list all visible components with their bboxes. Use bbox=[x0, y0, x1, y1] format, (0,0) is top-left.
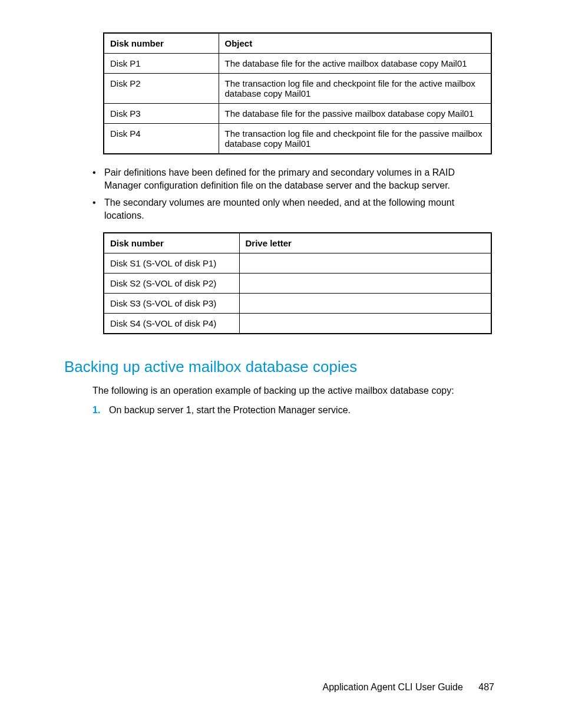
table-cell bbox=[239, 294, 491, 314]
table-header: Drive letter bbox=[239, 233, 491, 253]
table-cell: Disk S1 (S-VOL of disk P1) bbox=[104, 253, 239, 274]
table-row: Disk S4 (S-VOL of disk P4) bbox=[104, 314, 491, 334]
step-number: 1. bbox=[92, 404, 100, 417]
table-cell: Disk P4 bbox=[104, 124, 219, 154]
table-cell: The transaction log file and checkpoint … bbox=[219, 124, 491, 154]
table-header-row: Disk number Drive letter bbox=[104, 233, 491, 253]
table-cell bbox=[239, 274, 491, 294]
table-cell bbox=[239, 253, 491, 274]
step-item: 1. On backup server 1, start the Protect… bbox=[92, 404, 494, 417]
table-cell: The database file for the passive mailbo… bbox=[219, 104, 491, 124]
table-header: Object bbox=[219, 33, 491, 54]
table-cell: Disk P2 bbox=[104, 74, 219, 104]
bullet-list: Pair definitions have been defined for t… bbox=[68, 166, 494, 222]
table-cell: Disk S4 (S-VOL of disk P4) bbox=[104, 314, 239, 334]
step-text: On backup server 1, start the Protection… bbox=[109, 405, 351, 415]
table-row: Disk P2 The transaction log file and che… bbox=[104, 74, 491, 104]
table-cell: The transaction log file and checkpoint … bbox=[219, 74, 491, 104]
table-cell: The database file for the active mailbox… bbox=[219, 54, 491, 74]
list-item: Pair definitions have been defined for t… bbox=[92, 166, 494, 192]
table-row: Disk S3 (S-VOL of disk P3) bbox=[104, 294, 491, 314]
steps-list: 1. On backup server 1, start the Protect… bbox=[68, 404, 494, 417]
page-number: 487 bbox=[478, 682, 494, 692]
table-cell: Disk P1 bbox=[104, 54, 219, 74]
list-item: The secondary volumes are mounted only w… bbox=[92, 196, 494, 222]
table-row: Disk S1 (S-VOL of disk P1) bbox=[104, 253, 491, 274]
table-header: Disk number bbox=[104, 233, 239, 253]
table-header-row: Disk number Object bbox=[104, 33, 491, 54]
section-heading: Backing up active mailbox database copie… bbox=[64, 358, 494, 376]
table-row: Disk P4 The transaction log file and che… bbox=[104, 124, 491, 154]
table-header: Disk number bbox=[104, 33, 219, 54]
disk-object-table: Disk number Object Disk P1 The database … bbox=[103, 32, 492, 154]
table-cell: Disk S2 (S-VOL of disk P2) bbox=[104, 274, 239, 294]
page-content: Disk number Object Disk P1 The database … bbox=[0, 0, 562, 417]
table-row: Disk P3 The database file for the passiv… bbox=[104, 104, 491, 124]
table-cell bbox=[239, 314, 491, 334]
footer-title: Application Agent CLI User Guide bbox=[322, 682, 462, 692]
table-row: Disk P1 The database file for the active… bbox=[104, 54, 491, 74]
section-intro: The following is an operation example of… bbox=[92, 384, 494, 397]
disk-drive-table: Disk number Drive letter Disk S1 (S-VOL … bbox=[103, 232, 492, 334]
page-footer: Application Agent CLI User Guide 487 bbox=[322, 682, 494, 693]
table-cell: Disk S3 (S-VOL of disk P3) bbox=[104, 294, 239, 314]
table-row: Disk S2 (S-VOL of disk P2) bbox=[104, 274, 491, 294]
table-cell: Disk P3 bbox=[104, 104, 219, 124]
